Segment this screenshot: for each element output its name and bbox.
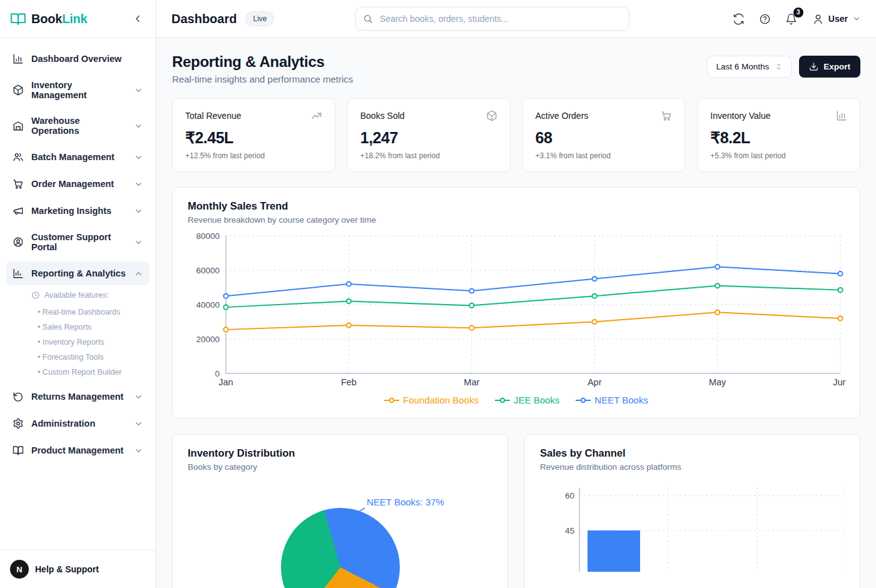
svg-text:20000: 20000 — [196, 335, 220, 344]
user-label: User — [828, 14, 848, 24]
stat-delta: +12.5% from last period — [185, 151, 322, 160]
sidebar-nav: Dashboard OverviewInventory ManagementWa… — [0, 38, 156, 550]
sidebar-item-label: Reporting & Analytics — [31, 268, 126, 278]
sidebar-item-marketing-insights[interactable]: Marketing Insights — [6, 199, 150, 223]
monthly-sales-trend-card: Monthly Sales Trend Revenue breakdown by… — [172, 187, 860, 418]
sidebar-item-reporting-analytics[interactable]: Reporting & Analytics — [6, 261, 150, 285]
booklink-logo-icon — [10, 11, 26, 27]
returns-icon — [13, 391, 24, 402]
warehouse-icon — [13, 120, 24, 131]
cart-icon — [13, 178, 24, 190]
export-button[interactable]: Export — [799, 56, 860, 78]
sidebar-item-inventory-management[interactable]: Inventory Management — [6, 74, 150, 106]
stat-card-total-revenue: Total Revenue₹2.45L+12.5% from last peri… — [172, 98, 335, 172]
sidebar-item-batch-management[interactable]: Batch Management — [6, 145, 150, 169]
bar-chart-icon — [13, 53, 24, 64]
inventory-distribution-card: Inventory Distribution Books by category… — [172, 434, 508, 588]
column-chart-icon — [836, 110, 847, 121]
svg-text:Apr: Apr — [588, 377, 602, 387]
sales-by-channel-card: Sales by Channel Revenue distribution ac… — [524, 434, 860, 588]
submenu-reporting-analytics: Available features:• Real-time Dashboard… — [6, 288, 150, 385]
chevron-down-icon — [134, 206, 143, 216]
stat-card-inventory-value: Inventory Value₹8.2L+5.3% from last peri… — [697, 98, 860, 172]
sidebar-item-label: Batch Management — [31, 152, 115, 162]
stats-row: Total Revenue₹2.45L+12.5% from last peri… — [172, 98, 860, 172]
legend-jee-books[interactable]: JEE Books — [495, 395, 559, 405]
live-badge: Live — [245, 11, 274, 26]
users-icon — [13, 151, 24, 163]
sidebar-item-dashboard-overview[interactable]: Dashboard Overview — [6, 47, 150, 71]
chevron-down-icon — [852, 14, 861, 23]
user-menu[interactable]: User — [812, 13, 861, 25]
legend-neet-books[interactable]: NEET Books — [576, 395, 648, 405]
legend-foundation-books[interactable]: Foundation Books — [384, 395, 479, 405]
search-icon — [363, 14, 373, 24]
chart-legend: Foundation BooksJEE BooksNEET Books — [188, 395, 845, 405]
stat-label: Active Orders — [536, 111, 589, 121]
user-icon — [812, 13, 824, 25]
chevron-down-icon — [134, 180, 143, 189]
page-head: Reporting & Analytics Real-time insights… — [172, 53, 860, 84]
stat-delta: +18.2% from last period — [360, 151, 497, 160]
help-support-link[interactable]: Help & Support — [35, 564, 99, 574]
sidebar-item-label: Product Management — [31, 445, 123, 455]
page-title: Reporting & Analytics — [172, 53, 353, 71]
stat-delta: +3.1% from last period — [536, 151, 673, 160]
sidebar-item-label: Administration — [31, 418, 95, 428]
page-subtitle: Real-time insights and performance metri… — [172, 74, 353, 84]
stat-value: 68 — [536, 129, 673, 147]
topbar: Dashboard Live 3 User — [156, 0, 876, 38]
pie-card-title: Inventory Distribution — [188, 447, 492, 459]
book-icon — [13, 445, 24, 456]
sidebar-collapse-button[interactable] — [130, 11, 146, 27]
svg-text:80000: 80000 — [196, 233, 220, 241]
feature-forecasting-tools: • Forecasting Tools — [31, 350, 146, 365]
inventory-pie-chart — [281, 508, 400, 588]
svg-text:Jan: Jan — [218, 377, 233, 387]
chevron-down-icon — [134, 121, 143, 131]
search-input[interactable] — [355, 7, 629, 31]
feature-inventory-reports: • Inventory Reports — [31, 335, 146, 350]
app-root: BookLink Dashboard OverviewInventory Man… — [0, 0, 876, 588]
megaphone-icon — [13, 205, 24, 216]
sidebar-item-customer-support-portal[interactable]: Customer Support Portal — [6, 226, 150, 258]
avatar[interactable]: N — [10, 560, 29, 579]
stat-label: Inventory Value — [710, 111, 770, 121]
available-features-label: Available features: — [31, 291, 146, 300]
feature-real-time-dashboards: • Real-time Dashboards — [31, 305, 146, 320]
chevron-down-icon — [134, 238, 143, 247]
svg-text:Feb: Feb — [341, 377, 357, 387]
bottom-row: Inventory Distribution Books by category… — [172, 434, 860, 588]
refresh-button[interactable] — [731, 11, 746, 27]
sidebar: BookLink Dashboard OverviewInventory Man… — [0, 0, 156, 588]
sidebar-item-label: Returns Management — [31, 392, 123, 402]
pie-area: NEET Books: 37% — [188, 477, 492, 588]
sidebar-item-returns-management[interactable]: Returns Management — [6, 385, 150, 408]
chevron-down-icon — [134, 446, 143, 455]
main-area: Dashboard Live 3 User Reporting & — [156, 0, 876, 588]
brand-logo[interactable]: BookLink — [10, 11, 88, 27]
clock-icon — [31, 291, 40, 300]
dashboard-title: Dashboard — [171, 12, 237, 26]
sidebar-item-order-management[interactable]: Order Management — [6, 172, 150, 196]
content: Reporting & Analytics Real-time insights… — [156, 38, 876, 588]
stat-card-active-orders: Active Orders68+3.1% from last period — [522, 98, 686, 172]
help-button[interactable] — [757, 11, 773, 27]
download-icon — [809, 62, 818, 71]
period-selector[interactable]: Last 6 Months — [707, 56, 792, 78]
chevron-up-icon — [134, 269, 143, 278]
sidebar-header: BookLink — [0, 0, 156, 38]
sidebar-item-product-management[interactable]: Product Management — [6, 438, 150, 462]
avatar-initial: N — [16, 565, 22, 574]
svg-text:45: 45 — [565, 526, 574, 535]
sidebar-item-administration[interactable]: Administration — [6, 412, 150, 435]
stat-label: Books Sold — [360, 111, 405, 121]
sales-channel-bar-chart: 6045 — [540, 478, 846, 572]
sidebar-item-warehouse-operations[interactable]: Warehouse Operations — [6, 109, 150, 142]
trend-card-subtitle: Revenue breakdown by course category ove… — [188, 215, 845, 225]
sidebar-item-label: Warehouse Operations — [31, 116, 126, 136]
period-selector-value: Last 6 Months — [716, 62, 769, 71]
trend-up-icon — [311, 110, 322, 121]
notifications-button[interactable]: 3 — [783, 11, 799, 27]
chevron-down-icon — [134, 392, 143, 402]
